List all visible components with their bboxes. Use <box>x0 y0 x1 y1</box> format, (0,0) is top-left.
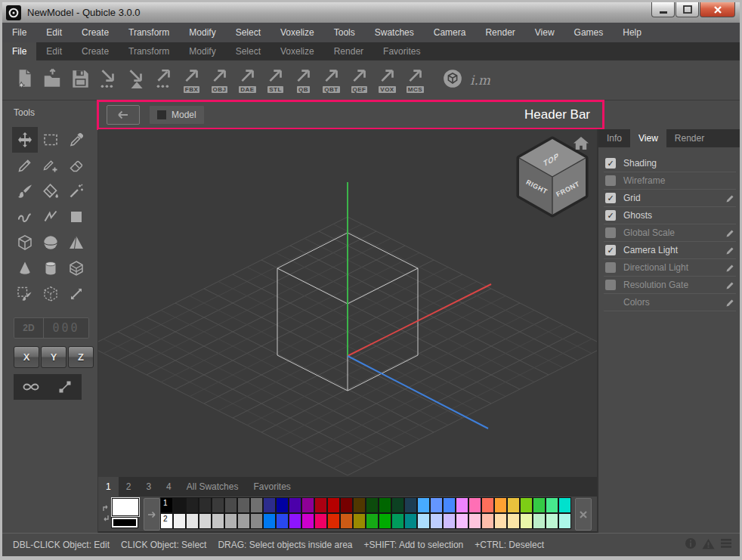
checkbox-directional-light[interactable] <box>605 262 616 273</box>
menu-tools[interactable]: Tools <box>324 23 365 42</box>
palette-swatch[interactable] <box>224 513 237 529</box>
palette-swatch[interactable] <box>224 497 237 513</box>
palette-swatch[interactable] <box>250 513 263 529</box>
palette-swatch[interactable] <box>212 497 224 513</box>
palette-swatch[interactable] <box>558 497 571 513</box>
checkbox-resolution-gate[interactable] <box>605 280 616 290</box>
submenu-file[interactable]: File <box>2 42 36 60</box>
color-picker-tool[interactable] <box>63 127 89 153</box>
palette-swatch[interactable] <box>404 497 417 513</box>
fill-tool[interactable] <box>38 178 63 204</box>
palette-swatch[interactable] <box>173 513 186 529</box>
swatch-tab-1[interactable]: 1 <box>98 477 119 497</box>
palette-swatch[interactable] <box>289 497 301 513</box>
model-tab[interactable]: Model <box>150 106 204 124</box>
swatch-tab-3[interactable]: 3 <box>138 477 159 497</box>
palette-swatch[interactable] <box>443 497 456 513</box>
menu-voxelize[interactable]: Voxelize <box>271 23 324 42</box>
import-mesh-button[interactable] <box>122 62 150 98</box>
menu-create[interactable]: Create <box>72 23 119 42</box>
mirror-x-button[interactable]: X <box>14 346 39 368</box>
palette-swatch[interactable] <box>289 513 301 529</box>
palette-swatch[interactable] <box>468 497 481 513</box>
palette-swatch[interactable] <box>199 513 212 529</box>
swatch-tab-2[interactable]: 2 <box>119 477 139 497</box>
foreground-color[interactable] <box>112 498 139 516</box>
palette-swatch[interactable] <box>301 513 314 529</box>
palette-swatch[interactable] <box>199 497 212 513</box>
mirror-y-button[interactable]: Y <box>41 346 66 368</box>
palette-swatch[interactable] <box>430 513 443 529</box>
line-mode-button[interactable] <box>48 374 82 400</box>
menu-transform[interactable]: Transform <box>119 23 179 42</box>
menu-select[interactable]: Select <box>226 23 271 42</box>
edit-pencil-icon[interactable] <box>725 263 734 273</box>
edit-pencil-icon[interactable] <box>725 228 734 238</box>
menu-icon[interactable] <box>720 538 732 552</box>
export-mcs-button[interactable]: MCS <box>401 62 429 98</box>
palette-swatch[interactable] <box>468 513 481 529</box>
palette-swatch[interactable] <box>507 513 520 529</box>
rectangle-tool[interactable] <box>63 204 89 230</box>
brush-tool[interactable] <box>12 178 38 204</box>
export-obj-button[interactable]: OBJ <box>206 62 233 98</box>
palette-swatch[interactable] <box>250 497 263 513</box>
menu-games[interactable]: Games <box>564 23 614 42</box>
viewport-3d[interactable]: TOP RIGHT FRONT <box>98 129 597 477</box>
palette-swatch[interactable] <box>314 513 327 529</box>
palette-swatch[interactable] <box>263 497 276 513</box>
extrude-tool[interactable] <box>63 255 89 281</box>
sphere-tool[interactable] <box>38 230 63 255</box>
pencil-tool[interactable] <box>12 153 38 178</box>
palette-swatch[interactable] <box>379 513 391 529</box>
palette-swatch[interactable] <box>212 513 224 529</box>
menu-swatches[interactable]: Swatches <box>365 23 424 42</box>
back-button[interactable] <box>107 105 140 125</box>
submenu-select[interactable]: Select <box>226 42 271 60</box>
export-dae-button[interactable]: DAE <box>233 62 261 98</box>
palette-swatch[interactable] <box>533 513 546 529</box>
palette-swatch[interactable] <box>327 497 340 513</box>
eraser-tool[interactable] <box>63 153 89 178</box>
edit-pencil-icon[interactable] <box>725 193 734 203</box>
cylinder-tool[interactable] <box>38 255 63 281</box>
close-button[interactable] <box>700 2 735 17</box>
palette-swatch[interactable] <box>481 497 494 513</box>
palette-swatch[interactable] <box>417 497 430 513</box>
palette-swatch[interactable]: 1 <box>160 497 173 513</box>
swap-colors-icon[interactable] <box>100 505 111 524</box>
palette-swatch[interactable] <box>366 497 379 513</box>
palette-swatch[interactable] <box>494 497 507 513</box>
swatch-tab-4[interactable]: 4 <box>159 477 179 497</box>
palette-swatch[interactable] <box>379 497 391 513</box>
menu-help[interactable]: Help <box>613 23 651 42</box>
menu-render[interactable]: Render <box>475 23 524 42</box>
checkbox-grid[interactable] <box>605 193 616 203</box>
checkbox-ghosts[interactable] <box>605 210 616 221</box>
open-file-button[interactable] <box>38 62 66 98</box>
palette-swatch[interactable] <box>520 513 533 529</box>
line-tool[interactable] <box>38 204 63 230</box>
move-tool[interactable] <box>12 127 38 153</box>
sketchfab-button[interactable] <box>438 62 466 98</box>
palette-swatch[interactable] <box>237 513 250 529</box>
title-bar[interactable]: NewModel - Qubicle 3.0.0 <box>2 2 740 23</box>
export-qb-button[interactable]: QB <box>289 62 317 98</box>
palette-swatch[interactable] <box>301 497 314 513</box>
cone-tool[interactable] <box>12 255 38 281</box>
orientation-cube[interactable]: TOP RIGHT FRONT <box>519 139 586 215</box>
export-button[interactable] <box>150 62 178 98</box>
swatch-tab-all-swatches[interactable]: All Swatches <box>179 477 246 497</box>
info-icon[interactable] <box>685 537 697 552</box>
palette-swatch[interactable] <box>173 497 186 513</box>
submenu-render[interactable]: Render <box>324 42 373 60</box>
palette-swatch[interactable] <box>533 497 546 513</box>
palette-swatch[interactable] <box>237 497 250 513</box>
palette-swatch[interactable]: 2 <box>160 513 173 529</box>
palette-swatch[interactable] <box>404 513 417 529</box>
menu-camera[interactable]: Camera <box>424 23 476 42</box>
menu-view[interactable]: View <box>525 23 564 42</box>
scale-tool[interactable] <box>63 281 89 307</box>
home-view-icon[interactable] <box>574 137 589 150</box>
palette-swatch[interactable] <box>430 497 443 513</box>
